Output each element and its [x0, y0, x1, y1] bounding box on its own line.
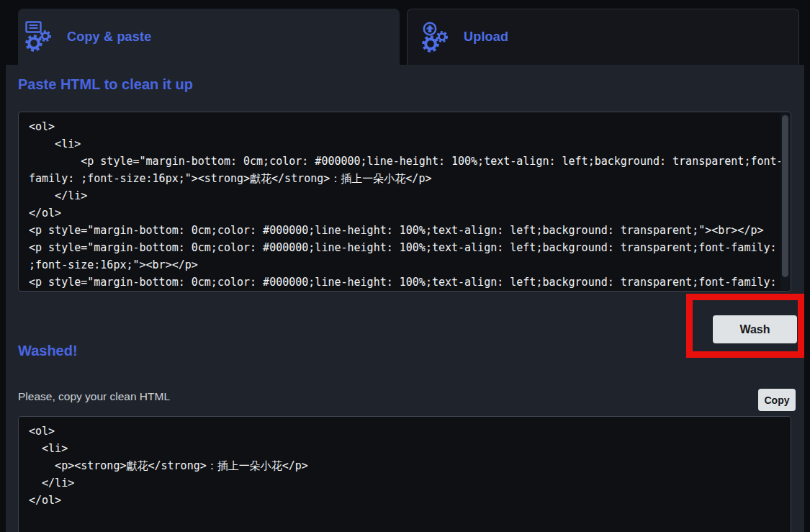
copy-paste-gears-icon: [25, 21, 57, 53]
tab-upload[interactable]: Upload: [407, 9, 799, 65]
washed-section-heading: Washed!: [18, 343, 78, 359]
paste-section-heading: Paste HTML to clean it up: [18, 76, 193, 93]
editor-scrollbar-track[interactable]: [780, 113, 790, 290]
editor-scrollbar-thumb[interactable]: [782, 115, 788, 277]
upload-gears-icon: [422, 22, 454, 53]
html-input-editor[interactable]: <ol> <li> <p style="margin-bottom: 0cm;c…: [18, 112, 791, 292]
copy-instruction-text: Please, copy your clean HTML: [18, 390, 170, 403]
tab-copy-paste[interactable]: Copy & paste: [18, 9, 400, 65]
html-washer-app: { "tabs": [ { "label": "Copy & paste", "…: [0, 0, 810, 532]
tab-copy-paste-label: Copy & paste: [67, 30, 151, 45]
html-input-code[interactable]: <ol> <li> <p style="margin-bottom: 0cm;c…: [19, 112, 791, 292]
tab-upload-label: Upload: [464, 30, 508, 45]
wash-button[interactable]: Wash: [713, 315, 797, 343]
copy-button[interactable]: Copy: [758, 389, 796, 411]
html-output-code[interactable]: <ol> <li> <p><strong>獻花</strong>：插上一朵小花<…: [19, 417, 791, 515]
html-output-editor[interactable]: <ol> <li> <p><strong>獻花</strong>：插上一朵小花<…: [18, 416, 791, 532]
